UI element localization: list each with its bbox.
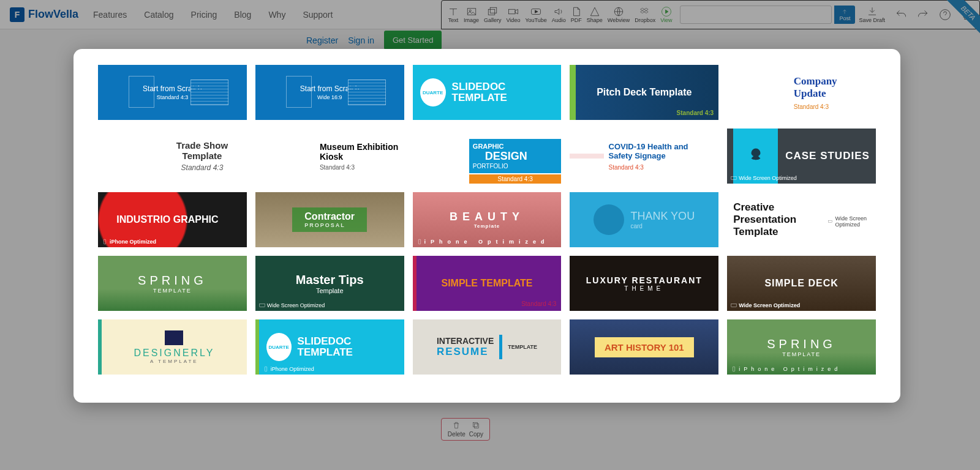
template-spring[interactable]: SPRING TEMPLATE: [98, 256, 247, 311]
template-pitch-deck[interactable]: Pitch Deck Template Standard 4:3: [570, 65, 718, 120]
widescreen-badge: Wide Screen Optimized: [731, 175, 797, 181]
widescreen-badge: Wide Screen Optimized: [828, 215, 870, 228]
template-covid-signage[interactable]: COVID-19 Health and Safety Signage Stand…: [570, 129, 718, 184]
template-art-history[interactable]: ART HISTORY 101: [570, 319, 718, 375]
template-simple[interactable]: SIMPLE TEMPLATE Standard 4:3: [413, 256, 562, 311]
iphone-badge: iPhone Optimized: [263, 366, 314, 372]
template-museum-kiosk[interactable]: Museum Exhibition Kiosk Standard 4:3: [255, 129, 404, 184]
template-creative-presentation[interactable]: Creative Presentation Template Wide Scre…: [727, 192, 876, 247]
template-simple-deck[interactable]: SIMPLE DECK Wide Screen Optimized: [727, 256, 876, 311]
snowglobe-icon: [594, 204, 624, 235]
duarte-badge-icon: DUARTE: [420, 78, 446, 106]
svg-rect-19: [731, 304, 736, 307]
widescreen-badge: Wide Screen Optimized: [259, 302, 325, 308]
svg-rect-21: [733, 367, 735, 371]
iphone-badge: iPhone Optimized: [102, 239, 156, 245]
template-master-tips[interactable]: Master Tips Template Wide Screen Optimiz…: [255, 256, 404, 311]
template-luxury-restaurant[interactable]: LUXURY RESTAURANT THEME: [570, 256, 718, 311]
template-interactive-resume[interactable]: INTERACTIVERESUME TEMPLATE: [413, 319, 562, 375]
template-case-studies[interactable]: CASE STUDIES Wide Screen Optimized: [727, 129, 876, 184]
template-tradeshow[interactable]: Trade Show Template Standard 4:3: [98, 129, 247, 184]
template-spring-iphone[interactable]: SPRING TEMPLATE iPhone Optimized: [727, 319, 876, 375]
template-graphic-design[interactable]: GRAPHIC DESIGN PORTFOLIO Standard 4:3: [413, 129, 562, 184]
template-slidedoc-iphone[interactable]: DUARTE SLIDEDOC TEMPLATE iPhone Optimize…: [255, 319, 404, 375]
duarte-badge-icon: DUARTE: [266, 333, 292, 361]
template-thumb-icon: [570, 154, 603, 159]
svg-rect-17: [829, 220, 832, 223]
template-slidedoc[interactable]: DUARTE SLIDEDOC TEMPLATE: [413, 65, 562, 120]
iphone-badge: iPhone Optimized: [417, 239, 549, 245]
template-scratch-169[interactable]: Start from Scratch Wide 16:9: [255, 65, 404, 120]
template-industrio[interactable]: INDUSTRIO GRAPHIC iPhone Optimized: [98, 192, 247, 247]
widescreen-badge: Wide Screen Optimized: [731, 302, 800, 308]
svg-rect-20: [265, 367, 266, 371]
template-company-update[interactable]: Company Update Standard 4:3: [727, 65, 876, 120]
template-contractor[interactable]: ContractorPROPOSAL: [255, 192, 404, 247]
svg-rect-15: [104, 239, 105, 244]
template-thank-you[interactable]: THANK YOUcard: [570, 192, 718, 247]
square-icon: [165, 330, 183, 345]
template-picker-modal: Start from Scratch Standard 4:3 Start fr…: [74, 49, 900, 403]
svg-rect-16: [418, 239, 420, 244]
template-beauty[interactable]: BEAUTY Template iPhone Optimized: [413, 192, 562, 247]
iphone-badge: iPhone Optimized: [731, 366, 841, 372]
svg-rect-18: [260, 304, 265, 307]
template-designerly[interactable]: DESIGNERLY A TEMPLATE: [98, 319, 247, 375]
template-grid: Start from Scratch Standard 4:3 Start fr…: [98, 65, 876, 375]
svg-rect-14: [731, 177, 736, 180]
template-grid-scroll[interactable]: Start from Scratch Standard 4:3 Start fr…: [74, 49, 900, 403]
template-scratch-43[interactable]: Start from Scratch Standard 4:3: [98, 65, 247, 120]
